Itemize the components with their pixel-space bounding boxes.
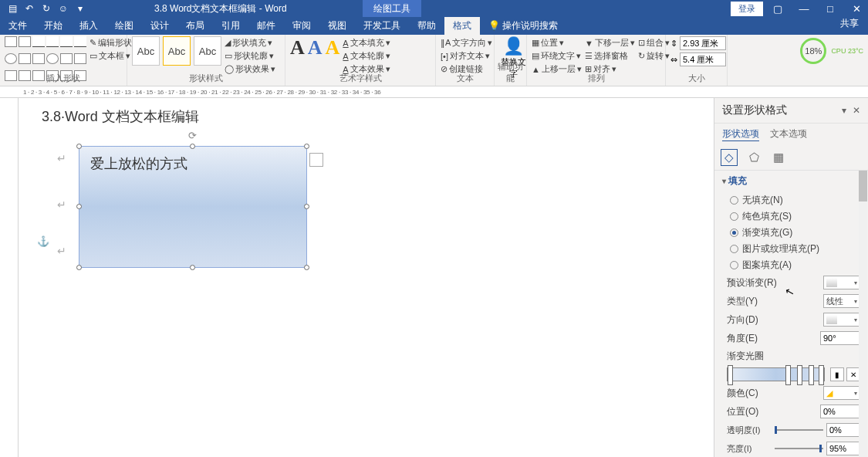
ribbon-tabs: 文件 开始 插入 绘图 设计 布局 引用 邮件 审阅 视图 开发工具 帮助 格式… xyxy=(0,17,868,35)
percent-indicator[interactable]: 18% xyxy=(800,38,826,64)
group-accessibility: 👤 替换文字 辅助功能 xyxy=(495,35,527,86)
shape-outline-button[interactable]: ▭ 形状轮廓 ▾ xyxy=(225,49,275,63)
textbox-shape[interactable]: 爱上放松的方式 ⟳ xyxy=(79,146,307,268)
tab-draw[interactable]: 绘图 xyxy=(106,17,142,35)
tell-me[interactable]: 💡 操作说明搜索 xyxy=(480,17,566,35)
shape-fill-button[interactable]: ◢ 形状填充 ▾ xyxy=(225,36,275,49)
radio-pattern-fill[interactable]: 图案填充(A) xyxy=(722,257,860,273)
align-text-button[interactable]: [•] 对齐文本 ▾ xyxy=(441,49,489,63)
minimize-icon[interactable]: — xyxy=(792,0,816,17)
style-preset[interactable]: Abc xyxy=(194,36,221,66)
selection-pane-button[interactable]: ☰ 选择窗格 xyxy=(585,49,635,63)
redo-icon[interactable]: ↻ xyxy=(39,1,54,16)
rotate-button[interactable]: ↻ 旋转 ▾ xyxy=(638,49,670,63)
group-label: 艺术字样式 xyxy=(285,73,435,84)
tab-view[interactable]: 视图 xyxy=(319,17,355,35)
save-icon[interactable]: ▤ xyxy=(5,1,20,16)
tab-developer[interactable]: 开发工具 xyxy=(355,17,409,35)
color-dropdown[interactable]: ◢▾ xyxy=(823,386,860,400)
pane-dropdown-icon[interactable]: ▾ xyxy=(842,105,846,116)
qat-more-icon[interactable]: ▾ xyxy=(73,1,88,16)
position-label: 位置(O) xyxy=(727,405,758,418)
format-shape-pane: 设置形状格式 ▾ ✕ 形状选项 文本选项 ◇ ⬠ ▦ 填充 无填充(N) 纯色填… xyxy=(714,98,868,457)
textbox-text[interactable]: 爱上放松的方式 xyxy=(90,154,296,173)
pane-content: 填充 无填充(N) 纯色填充(S) 渐变填充(G) 图片或纹理填充(P) 图案填… xyxy=(714,171,868,457)
horizontal-ruler[interactable]: 1 · 2 · 3 · 4 · 5 · 6 · 7 · 8 · 9 · 10 ·… xyxy=(0,86,868,98)
gradient-stops-bar[interactable] xyxy=(727,367,825,381)
tell-me-label: 操作说明搜索 xyxy=(502,20,558,31)
transparency-slider[interactable] xyxy=(775,429,823,431)
resize-handle[interactable] xyxy=(76,144,82,149)
wrap-text-button[interactable]: ▤ 环绕文字 ▾ xyxy=(532,49,582,63)
radio-solid-fill[interactable]: 纯色填充(S) xyxy=(722,208,860,225)
group-wordart-styles: A A A A 文本填充 ▾ A 文本轮廓 ▾ A 文本效果 ▾ 艺术字样式 xyxy=(285,35,436,86)
tab-file[interactable]: 文件 xyxy=(0,17,35,35)
tab-insert[interactable]: 插入 xyxy=(71,17,106,35)
text-outline-button[interactable]: A 文本轮廓 ▾ xyxy=(343,49,390,63)
pane-close-icon[interactable]: ✕ xyxy=(853,105,860,116)
resize-handle[interactable] xyxy=(76,204,82,209)
vertical-ruler[interactable] xyxy=(0,98,19,457)
group-button[interactable]: ⊡ 组合 ▾ xyxy=(638,36,670,49)
maximize-icon[interactable]: □ xyxy=(819,0,842,17)
radio-picture-fill[interactable]: 图片或纹理填充(P) xyxy=(722,241,860,257)
gradient-type-dropdown[interactable]: 线性▾ xyxy=(823,294,860,308)
tab-mailings[interactable]: 邮件 xyxy=(248,17,284,35)
preset-gradient-label: 预设渐变(R) xyxy=(727,276,777,289)
group-label: 辅助功能 xyxy=(495,61,526,84)
touch-icon[interactable]: ☺ xyxy=(56,1,71,16)
text-direction-button[interactable]: ‖A 文字方向 ▾ xyxy=(441,36,489,49)
tab-design[interactable]: 设计 xyxy=(142,17,177,35)
tab-format[interactable]: 格式 xyxy=(444,17,480,35)
resize-handle[interactable] xyxy=(304,204,309,209)
height-icon: ⇕ xyxy=(670,39,677,49)
share-button[interactable]: 共享 xyxy=(831,17,868,35)
document-canvas[interactable]: 3.8·Word 文档文本框编辑 ⚓ ↵ ↵ ↵ 爱上放松的方式 ⟳ xyxy=(19,98,714,457)
send-backward-button[interactable]: ▼ 下移一层 ▾ xyxy=(585,36,635,49)
paragraph-mark: ↵ xyxy=(57,152,66,164)
tab-shape-options[interactable]: 形状选项 xyxy=(722,127,759,141)
tab-layout[interactable]: 布局 xyxy=(177,17,213,35)
preset-gradient-dropdown[interactable]: ▾ xyxy=(823,276,860,289)
layout-icon[interactable]: ▦ xyxy=(770,149,787,166)
text-fill-button[interactable]: A 文本填充 ▾ xyxy=(343,36,390,49)
fill-section[interactable]: 填充 xyxy=(722,174,860,188)
position-button[interactable]: ▦ 位置 ▾ xyxy=(532,36,582,49)
layout-options-icon[interactable] xyxy=(309,153,323,167)
angle-input[interactable] xyxy=(820,331,860,345)
group-label: 插入形状 xyxy=(0,73,127,84)
rotate-handle[interactable]: ⟳ xyxy=(188,130,197,141)
resize-handle[interactable] xyxy=(304,144,309,149)
document-title: 3.8 Word文档文本框编辑 - Word xyxy=(154,2,287,15)
effects-icon[interactable]: ⬠ xyxy=(745,149,762,166)
login-button[interactable]: 登录 xyxy=(731,2,763,16)
style-preset[interactable]: Abc xyxy=(163,36,191,66)
tab-home[interactable]: 开始 xyxy=(35,17,71,35)
tab-help[interactable]: 帮助 xyxy=(409,17,444,35)
ribbon-options-icon[interactable]: ▢ xyxy=(766,0,789,17)
tab-review[interactable]: 审阅 xyxy=(284,17,319,35)
close-icon[interactable]: ✕ xyxy=(845,0,868,17)
tab-references[interactable]: 引用 xyxy=(213,17,248,35)
resize-handle[interactable] xyxy=(190,265,195,270)
width-input[interactable] xyxy=(680,52,726,66)
brightness-input[interactable] xyxy=(826,442,860,455)
paragraph-mark: ↵ xyxy=(57,245,66,257)
position-input[interactable] xyxy=(820,405,860,418)
radio-no-fill[interactable]: 无填充(N) xyxy=(722,192,860,208)
height-input[interactable] xyxy=(680,36,726,50)
brightness-slider[interactable] xyxy=(775,448,823,449)
add-stop-icon[interactable]: ▮ xyxy=(830,367,844,381)
radio-gradient-fill[interactable]: 渐变填充(G) xyxy=(722,225,860,241)
tab-text-options[interactable]: 文本选项 xyxy=(770,127,807,141)
transparency-input[interactable] xyxy=(826,423,860,437)
resize-handle[interactable] xyxy=(76,265,82,270)
resize-handle[interactable] xyxy=(190,144,195,149)
system-widget: 18% CPU 23°C xyxy=(800,38,863,64)
style-preset[interactable]: Abc xyxy=(132,36,160,66)
fill-line-icon[interactable]: ◇ xyxy=(721,149,738,166)
direction-dropdown[interactable]: ▾ xyxy=(823,313,860,327)
undo-icon[interactable]: ↶ xyxy=(22,1,37,16)
pane-scrollbar[interactable] xyxy=(859,171,867,457)
resize-handle[interactable] xyxy=(304,265,309,270)
